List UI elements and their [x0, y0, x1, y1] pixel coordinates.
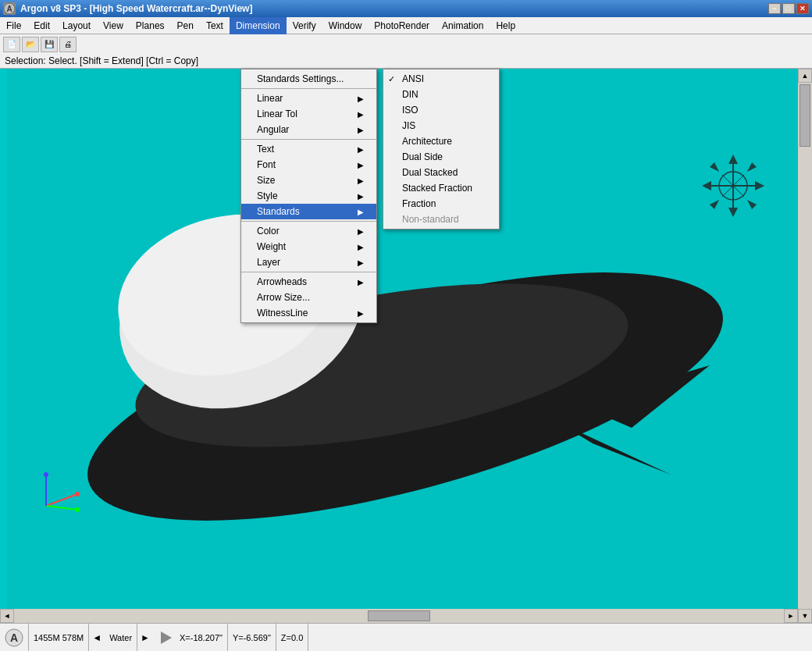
standards-submenu-item-stacked-fraction[interactable]: Stacked Fraction: [383, 180, 499, 196]
scrollbar-v-thumb[interactable]: [800, 84, 810, 147]
dim-menu-item-weight[interactable]: Weight▶: [241, 239, 376, 254]
menu-item-help[interactable]: Help: [490, 17, 522, 34]
svg-text:A: A: [10, 631, 18, 644]
scrollbar-h-track[interactable]: [14, 609, 784, 623]
dim-menu-item-arrow-size[interactable]: Arrow Size...: [241, 290, 376, 305]
scrollbar-h-thumb[interactable]: [368, 610, 430, 621]
standards-submenu-item-jis[interactable]: JIS: [383, 118, 499, 133]
scrollbar-horizontal[interactable]: ◄ ►: [0, 609, 798, 623]
toolbar-print[interactable]: 🖨: [59, 37, 77, 52]
standards-submenu-item-dual-side[interactable]: Dual Side: [383, 149, 499, 165]
layer-display: Water: [105, 624, 137, 651]
svg-point-14: [44, 472, 48, 477]
dim-menu-item-color[interactable]: Color▶: [241, 223, 376, 239]
menu-item-edit[interactable]: Edit: [27, 17, 56, 34]
menubar: FileEditLayoutViewPlanesPenTextDimension…: [0, 17, 812, 34]
title-bar: A Argon v8 SP3 - [High Speed Watercraft.…: [0, 0, 812, 17]
scroll-down-button[interactable]: ▼: [798, 609, 812, 623]
dim-menu-item-angular[interactable]: Angular▶: [241, 122, 376, 137]
titlebar-left: A Argon v8 SP3 - [High Speed Watercraft.…: [3, 2, 252, 15]
menu-item-file[interactable]: File: [0, 17, 27, 34]
dimension-menu: Standards Settings...Linear▶Linear Tol▶A…: [240, 69, 377, 323]
dim-menu-item-witnessline[interactable]: WitnessLine▶: [241, 305, 376, 321]
bottombar: A 1455M 578M ◄ Water ► X= -18.207" Y= -6…: [0, 623, 812, 651]
toolbar: 📄 📂 💾 🖨: [0, 34, 812, 55]
menu-item-view[interactable]: View: [97, 17, 130, 34]
scrollbar-v-track[interactable]: [800, 83, 810, 609]
app-icon: A: [3, 2, 16, 15]
menu-item-verify[interactable]: Verify: [287, 17, 322, 34]
toolbar-open[interactable]: 📂: [22, 37, 39, 52]
coord-x: X= -18.207": [175, 624, 228, 651]
menu-item-animation[interactable]: Animation: [436, 17, 490, 34]
window-title: Argon v8 SP3 - [High Speed Watercraft.ar…: [20, 3, 252, 14]
next-layer-button[interactable]: ►: [137, 632, 153, 643]
standards-submenu-item-din[interactable]: DIN: [383, 87, 499, 102]
svg-marker-30: [161, 631, 172, 644]
dim-menu-item-style[interactable]: Style▶: [241, 188, 376, 204]
play-button[interactable]: [156, 628, 175, 647]
dim-menu-item-text[interactable]: Text▶: [241, 141, 376, 157]
window-controls: − □ ✕: [768, 3, 809, 14]
menu-item-dimension[interactable]: Dimension: [230, 17, 287, 34]
dim-menu-item-font[interactable]: Font▶: [241, 157, 376, 173]
standards-submenu-item-architecture[interactable]: Architecture: [383, 133, 499, 149]
minimize-button[interactable]: −: [768, 3, 781, 14]
scroll-left-button[interactable]: ◄: [0, 609, 14, 623]
dim-menu-item-size[interactable]: Size▶: [241, 173, 376, 188]
app-icon-bottom: A: [0, 624, 29, 651]
dim-menu-item-standards[interactable]: Standards▶: [241, 204, 376, 219]
dim-menu-item-layer[interactable]: Layer▶: [241, 254, 376, 270]
menu-item-photorender[interactable]: PhotoRender: [368, 17, 436, 34]
svg-text:A: A: [6, 5, 12, 13]
scroll-up-button[interactable]: ▲: [798, 69, 812, 83]
svg-point-12: [75, 492, 80, 496]
maximize-button[interactable]: □: [782, 3, 795, 14]
mem2: 578M: [62, 633, 84, 642]
standards-submenu-item-dual-stacked[interactable]: Dual Stacked: [383, 165, 499, 180]
menu-item-planes[interactable]: Planes: [130, 17, 171, 34]
menu-item-layout[interactable]: Layout: [56, 17, 97, 34]
standards-submenu-item-ansi[interactable]: ✓ANSI: [383, 71, 499, 87]
dim-menu-item-linear[interactable]: Linear▶: [241, 91, 376, 106]
coord-z: Z= 0.0: [276, 624, 308, 651]
standards-submenu-item-non-standard: Non-standard: [383, 212, 499, 227]
prev-layer-button[interactable]: ◄: [89, 632, 105, 643]
menu-item-text[interactable]: Text: [200, 17, 230, 34]
dim-menu-item-arrowheads[interactable]: Arrowheads▶: [241, 274, 376, 290]
toolbar-save[interactable]: 💾: [41, 37, 58, 52]
standards-submenu-item-iso[interactable]: ISO: [383, 102, 499, 118]
statusbar: Selection: Select. [Shift = Extend] [Ctr…: [0, 53, 812, 69]
coord-y: Y= -6.569": [228, 624, 276, 651]
status-text: Selection: Select. [Shift = Extend] [Ctr…: [5, 55, 198, 66]
close-button[interactable]: ✕: [796, 3, 809, 14]
toolbar-new[interactable]: 📄: [3, 37, 20, 52]
standards-submenu: ✓ANSIDINISOJISArchitectureDual SideDual …: [383, 69, 500, 229]
layer-name: Water: [109, 633, 132, 642]
svg-point-13: [75, 507, 80, 512]
mem1: 1455M: [34, 633, 60, 642]
standards-submenu-item-fraction[interactable]: Fraction: [383, 196, 499, 212]
menu-item-pen[interactable]: Pen: [171, 17, 200, 34]
menu-item-window[interactable]: Window: [322, 17, 369, 34]
dim-menu-item-standards-settings[interactable]: Standards Settings...: [241, 71, 376, 87]
memory-display: 1455M 578M: [29, 624, 89, 651]
scroll-right-button[interactable]: ►: [784, 609, 798, 623]
scrollbar-vertical[interactable]: ▲ ▼: [798, 69, 812, 623]
dim-menu-item-linear-tol[interactable]: Linear Tol▶: [241, 106, 376, 122]
